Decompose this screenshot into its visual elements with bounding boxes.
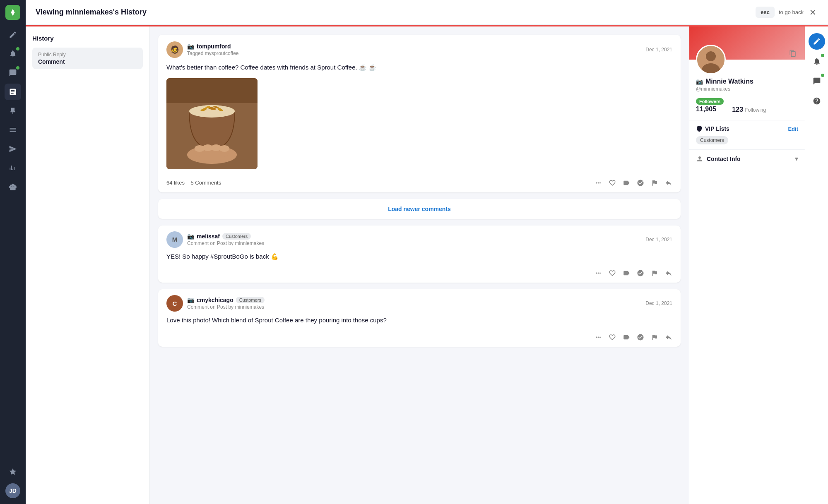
vip-title: VIP Lists bbox=[696, 125, 729, 132]
history-item-name: Comment bbox=[38, 58, 137, 65]
sidebar-item-send[interactable] bbox=[5, 141, 21, 157]
more-button[interactable] bbox=[595, 179, 602, 187]
post-text: What's better than coffee? Coffee dates … bbox=[166, 63, 672, 72]
post-date: Dec 1, 2021 bbox=[645, 47, 672, 53]
main-wrapper: Viewing minniemakes's History esc to go … bbox=[26, 0, 828, 504]
comment-username-row-0: 📷 melissaf Customers bbox=[187, 233, 264, 240]
sidebar-item-lists[interactable] bbox=[5, 122, 21, 138]
comment-check-0[interactable] bbox=[637, 269, 644, 277]
comment-reply-1[interactable] bbox=[665, 334, 672, 341]
vip-title-text: VIP Lists bbox=[705, 125, 729, 132]
sidebar-user-avatar[interactable]: JD bbox=[5, 482, 21, 499]
comment-header-0: M 📷 melissaf Customers Comment on Post b… bbox=[158, 226, 681, 252]
profile-stats: Followers 11,905 123 Following bbox=[696, 97, 798, 113]
post-footer: 64 likes 5 Comments bbox=[158, 175, 681, 192]
sidebar-item-alerts[interactable] bbox=[5, 46, 21, 62]
following-label: Following bbox=[745, 107, 766, 113]
contact-title: Contact Info bbox=[696, 155, 741, 163]
comment-username-1: cmykchicago bbox=[197, 297, 233, 303]
tag-button[interactable] bbox=[623, 179, 630, 187]
comment-avatar-0: M bbox=[166, 231, 183, 248]
comment-flag-0[interactable] bbox=[651, 269, 658, 277]
svg-rect-1 bbox=[166, 78, 258, 103]
contact-header[interactable]: Contact Info ▾ bbox=[696, 155, 798, 163]
comment-tag-btn-1[interactable] bbox=[623, 334, 630, 341]
chat-button[interactable] bbox=[809, 73, 825, 89]
insta-icon-1: 📷 bbox=[187, 297, 194, 303]
post-stats: 64 likes 5 Comments bbox=[166, 180, 221, 186]
esc-button[interactable]: esc bbox=[756, 7, 775, 18]
comment-check-1[interactable] bbox=[637, 334, 644, 341]
notifications-button[interactable] bbox=[809, 53, 825, 70]
comment-flag-1[interactable] bbox=[651, 334, 658, 341]
post-user: 🧔 📷 tompumford Tagged mysproutcoffee bbox=[166, 41, 239, 58]
insta-icon-0: 📷 bbox=[187, 233, 194, 240]
load-comments-button[interactable]: Load newer comments bbox=[158, 199, 681, 219]
contact-title-text: Contact Info bbox=[707, 156, 741, 162]
post-card: 🧔 📷 tompumford Tagged mysproutcoffee Dec… bbox=[158, 35, 681, 192]
comment-user-1: C 📷 cmykchicago Customers Comment on Pos… bbox=[166, 295, 265, 312]
comment-username-row-1: 📷 cmykchicago Customers bbox=[187, 297, 265, 303]
profile-clipboard-button[interactable] bbox=[787, 48, 798, 60]
right-action-bar bbox=[805, 26, 828, 504]
comment-like-0[interactable] bbox=[609, 269, 616, 277]
vip-header: VIP Lists Edit bbox=[696, 125, 798, 132]
comment-date-0: Dec 1, 2021 bbox=[645, 237, 672, 242]
followers-stat: Followers 11,905 bbox=[696, 97, 724, 113]
history-item[interactable]: Public Reply Comment bbox=[32, 48, 143, 69]
right-panel: 📷 Minnie Watkins @minniemakes Followers … bbox=[689, 26, 805, 504]
profile-actions bbox=[787, 48, 798, 60]
compose-button[interactable] bbox=[809, 33, 825, 50]
like-button[interactable] bbox=[609, 179, 616, 187]
chevron-down-icon: ▾ bbox=[795, 155, 798, 163]
sidebar-item-star[interactable] bbox=[5, 463, 21, 480]
comment-more-1[interactable] bbox=[595, 334, 602, 341]
post-username: tompumford bbox=[197, 43, 231, 50]
check-button[interactable] bbox=[637, 179, 644, 187]
followers-count: 11,905 bbox=[696, 106, 724, 113]
profile-display-name: Minnie Watkins bbox=[705, 78, 753, 85]
comment-body-1: Love this photo! Which blend of Sprout C… bbox=[158, 316, 681, 331]
flag-button[interactable] bbox=[651, 179, 658, 187]
post-image bbox=[166, 78, 258, 169]
comment-tag-1: Customers bbox=[236, 297, 265, 303]
comment-card-1: C 📷 cmykchicago Customers Comment on Pos… bbox=[158, 289, 681, 347]
sidebar-item-pin[interactable] bbox=[5, 103, 21, 119]
sidebar-item-bot[interactable] bbox=[5, 179, 21, 195]
comment-card-0: M 📷 melissaf Customers Comment on Post b… bbox=[158, 226, 681, 283]
reply-button[interactable] bbox=[665, 179, 672, 187]
sidebar-item-inbox[interactable] bbox=[5, 84, 21, 100]
post-user-avatar: 🧔 bbox=[166, 41, 183, 58]
sidebar-item-analytics[interactable] bbox=[5, 160, 21, 176]
comment-user-info-1: 📷 cmykchicago Customers Comment on Post … bbox=[187, 297, 265, 310]
instagram-icon: 📷 bbox=[187, 43, 194, 50]
post-likes: 64 likes bbox=[166, 180, 185, 186]
comment-body-0: YES! So happy #SproutBoGo is back 💪 bbox=[158, 252, 681, 267]
comment-more-0[interactable] bbox=[595, 269, 602, 277]
post-comments: 5 Comments bbox=[191, 180, 221, 186]
followers-badge: Followers bbox=[696, 98, 724, 105]
comment-user-info-0: 📷 melissaf Customers Comment on Post by … bbox=[187, 233, 264, 246]
vip-edit-button[interactable]: Edit bbox=[788, 126, 798, 132]
history-item-label: Public Reply bbox=[38, 52, 137, 58]
sidebar-item-messages[interactable] bbox=[5, 65, 21, 81]
comment-reply-0[interactable] bbox=[665, 269, 672, 277]
sidebar-item-compose[interactable] bbox=[5, 26, 21, 43]
header: Viewing minniemakes's History esc to go … bbox=[26, 0, 828, 25]
comment-user-0: M 📷 melissaf Customers Comment on Post b… bbox=[166, 231, 264, 248]
close-button[interactable]: ✕ bbox=[808, 6, 818, 19]
comment-tag-btn-0[interactable] bbox=[623, 269, 630, 277]
profile-avatar bbox=[696, 45, 726, 74]
post-sub: Tagged mysproutcoffee bbox=[187, 50, 239, 56]
notifications-badge bbox=[821, 54, 824, 57]
page-title: Viewing minniemakes's History bbox=[36, 8, 147, 17]
svg-point-3 bbox=[189, 105, 235, 118]
header-actions: esc to go back ✕ bbox=[756, 6, 818, 19]
user-avatar: JD bbox=[5, 483, 20, 498]
comment-like-1[interactable] bbox=[609, 334, 616, 341]
help-button[interactable] bbox=[809, 93, 825, 109]
logo bbox=[5, 5, 20, 20]
following-stat: 123 Following bbox=[732, 97, 766, 113]
comment-username-0: melissaf bbox=[197, 233, 220, 240]
following-number: 123 bbox=[732, 106, 743, 113]
